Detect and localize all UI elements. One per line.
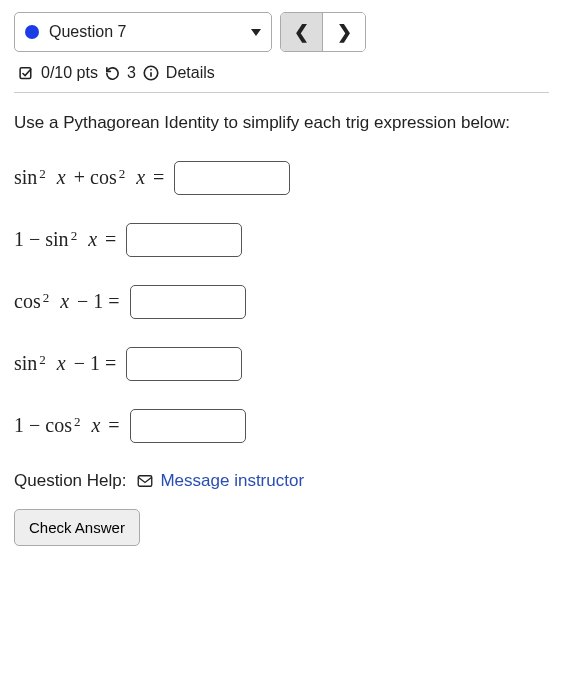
question-title: Question 7 [49,23,126,41]
next-question-button[interactable]: ❯ [323,13,365,51]
expression-4: sin2 x − 1 = [14,352,116,375]
expression-row: sin2 x + cos2 x = [14,161,549,195]
answer-input-3[interactable] [130,285,246,319]
expression-row: cos2 x − 1 = [14,285,549,319]
check-answer-button[interactable]: Check Answer [14,509,140,546]
expression-5: 1 − cos2 x = [14,414,120,437]
answer-input-2[interactable] [126,223,242,257]
question-prompt: Use a Pythagorean Identity to simplify e… [14,111,549,135]
answer-input-5[interactable] [130,409,246,443]
details-link[interactable]: Details [166,64,215,82]
svg-point-3 [150,69,152,71]
answer-input-1[interactable] [174,161,290,195]
question-selector[interactable]: Question 7 [14,12,272,52]
question-nav-group: ❮ ❯ [280,12,366,52]
expression-row: 1 − cos2 x = [14,409,549,443]
checkbox-icon [18,65,35,82]
question-help: Question Help: Message instructor [14,471,549,491]
mail-icon [136,472,154,490]
expression-row: sin2 x − 1 = [14,347,549,381]
expression-3: cos2 x − 1 = [14,290,120,313]
help-label: Question Help: [14,471,126,491]
retry-count: 3 [127,64,136,82]
chevron-down-icon [251,29,261,36]
svg-rect-0 [20,67,31,78]
answer-input-4[interactable] [126,347,242,381]
points-text: 0/10 pts [41,64,98,82]
info-icon[interactable] [142,64,160,82]
svg-rect-4 [139,476,153,487]
prev-question-button[interactable]: ❮ [281,13,323,51]
expression-1: sin2 x + cos2 x = [14,166,164,189]
status-dot-icon [25,25,39,39]
chevron-right-icon: ❯ [337,21,352,43]
question-nav-bar: Question 7 ❮ ❯ [14,12,549,52]
retry-icon [104,65,121,82]
expression-row: 1 − sin2 x = [14,223,549,257]
chevron-left-icon: ❮ [294,21,309,43]
question-meta: 0/10 pts 3 Details [14,62,549,93]
message-instructor-text: Message instructor [160,471,304,491]
message-instructor-link[interactable]: Message instructor [136,471,304,491]
expression-2: 1 − sin2 x = [14,228,116,251]
